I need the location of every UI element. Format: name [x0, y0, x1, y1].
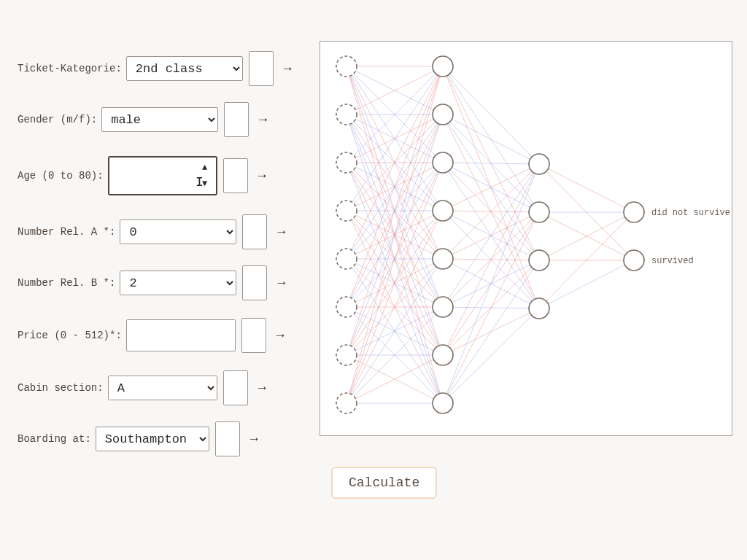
input-node — [336, 249, 357, 269]
label-relA: Number Rel. A *: — [18, 226, 115, 238]
row-gender: Gender (m/f): male → — [18, 104, 317, 136]
select-cabin[interactable]: A — [108, 376, 217, 400]
hidden-node — [433, 345, 453, 365]
nn-connection — [443, 212, 539, 403]
row-ticket: Ticket-Kategorie: 2nd class → — [18, 52, 317, 85]
select-gender[interactable]: male — [101, 107, 218, 132]
hidden-node — [529, 250, 549, 271]
nn-connection — [443, 308, 539, 403]
nn-connection — [443, 114, 539, 164]
label-price: Price (0 - 512)*: — [18, 330, 122, 341]
row-price: Price (0 - 512)*: → — [18, 318, 317, 353]
input-node — [336, 345, 357, 365]
outbox-age — [223, 158, 248, 193]
input-price[interactable] — [126, 319, 236, 351]
output-label-survived: survived — [651, 256, 694, 266]
nn-connection — [539, 164, 634, 212]
hidden-node — [529, 298, 549, 319]
row-relB: Number Rel. B *: 2 → — [18, 267, 317, 299]
arrow-icon: → — [277, 225, 285, 239]
calculate-button[interactable]: Calculate — [331, 467, 437, 499]
hidden-node — [433, 56, 453, 77]
nn-connection — [443, 164, 539, 307]
label-relB: Number Rel. B *: — [18, 277, 115, 289]
nn-connection — [443, 164, 539, 355]
arrow-icon: → — [259, 112, 267, 127]
row-relA: Number Rel. A *: 0 → — [18, 216, 317, 248]
outbox-price — [241, 318, 266, 353]
outbox-relA — [242, 214, 267, 249]
arrow-icon: → — [277, 276, 285, 290]
neural-network-svg: did not survivesurvived — [320, 42, 733, 437]
hidden-node — [433, 104, 453, 125]
arrow-icon: → — [258, 168, 266, 183]
hidden-node — [433, 249, 453, 269]
text-cursor-icon: I — [196, 175, 204, 190]
select-relB[interactable]: 2 — [120, 271, 236, 295]
nn-connection — [443, 66, 539, 164]
age-spin-up-icon[interactable]: ▲ — [197, 160, 213, 175]
outbox-boarding — [215, 421, 240, 456]
label-boarding: Boarding at: — [18, 433, 91, 445]
row-age: Age (0 to 80): ▲ ▼ → — [18, 155, 317, 197]
nn-connection — [539, 260, 634, 308]
arrow-icon: → — [258, 381, 266, 395]
nn-connection — [443, 164, 539, 403]
input-form: Ticket-Kategorie: 2nd class → Gender (m/… — [18, 52, 317, 474]
row-cabin: Cabin section: A → — [18, 372, 317, 404]
input-node — [336, 297, 357, 317]
hidden-node — [433, 201, 453, 221]
input-node — [336, 104, 357, 125]
label-cabin: Cabin section: — [18, 382, 104, 394]
nn-connection — [443, 164, 539, 259]
nn-connection — [443, 260, 539, 403]
label-age: Age (0 to 80): — [18, 170, 104, 182]
outbox-cabin — [223, 370, 248, 405]
input-node — [336, 152, 357, 173]
input-node — [336, 393, 357, 413]
hidden-node — [433, 297, 453, 317]
outbox-relB — [242, 265, 267, 300]
output-label-died: did not survive — [651, 208, 730, 218]
hidden-node — [529, 154, 549, 174]
select-boarding[interactable]: Southampton — [96, 427, 209, 451]
output-node — [624, 250, 644, 271]
arrow-icon: → — [250, 432, 258, 446]
input-node — [336, 201, 357, 221]
outbox-ticket — [249, 51, 274, 86]
output-node — [624, 202, 644, 222]
arrow-icon: → — [276, 328, 285, 343]
neural-network-panel: did not survivesurvived — [320, 41, 732, 436]
arrow-icon: → — [284, 61, 292, 76]
nn-connection — [443, 164, 539, 211]
outbox-gender — [224, 102, 249, 137]
select-ticket[interactable]: 2nd class — [126, 56, 243, 81]
hidden-node — [433, 152, 453, 173]
label-ticket: Ticket-Kategorie: — [18, 63, 122, 74]
input-node — [336, 56, 357, 77]
hidden-node — [529, 202, 549, 222]
hidden-node — [433, 393, 453, 413]
row-boarding: Boarding at: Southampton → — [18, 423, 317, 455]
select-relA[interactable]: 0 — [120, 219, 236, 244]
label-gender: Gender (m/f): — [18, 114, 97, 125]
